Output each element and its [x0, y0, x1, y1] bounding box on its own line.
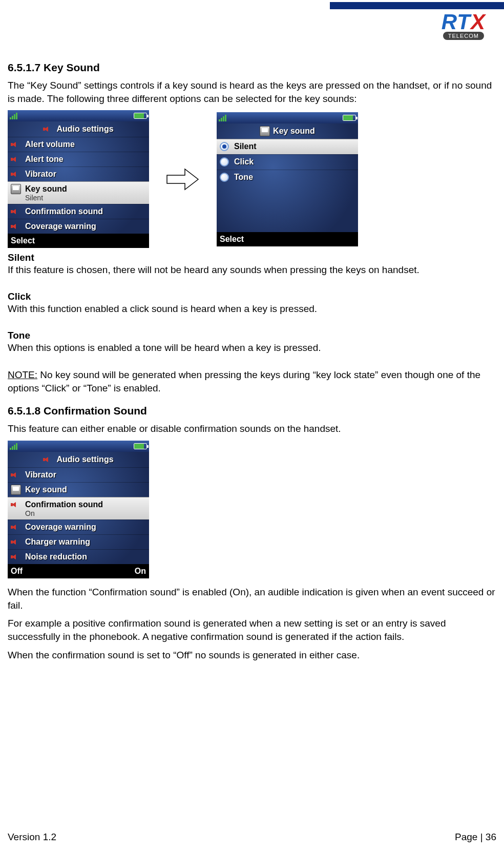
logo-text-x: X — [471, 10, 486, 34]
softkey-bar: Off On — [8, 564, 149, 578]
radio-label: Click — [234, 157, 254, 167]
softkey-bar: Select — [8, 234, 149, 248]
option-tone-heading: Tone — [8, 330, 496, 341]
option-click-heading: Click — [8, 291, 496, 302]
menu-item-label: Confirmation sound — [25, 207, 103, 216]
option-tone-text: When this options is enabled a tone will… — [8, 341, 496, 355]
radio-icon — [220, 142, 229, 151]
key-icon — [260, 126, 270, 136]
option-silent-heading: Silent — [8, 252, 496, 263]
softkey-on[interactable]: On — [135, 567, 146, 576]
radio-option-silent[interactable]: Silent — [217, 139, 358, 154]
logo-sub: TELECOM — [443, 32, 484, 40]
note-label: NOTE: — [8, 369, 37, 380]
menu-item-vibrator[interactable]: Vibrator — [8, 167, 149, 181]
menu-item-label: Alert tone — [25, 155, 64, 164]
radio-label: Silent — [234, 142, 257, 151]
menu-item-sublabel: Silent — [25, 194, 43, 202]
header-band — [330, 2, 504, 9]
screen-title: Audio settings — [8, 452, 149, 467]
status-bar — [8, 110, 149, 121]
speaker-icon — [11, 470, 21, 480]
page-number: Page | 36 — [455, 832, 496, 843]
menu-item-confirmation-sound[interactable]: Confirmation sound — [8, 204, 149, 219]
confirmation-p2: For example a positive confirmation soun… — [8, 617, 496, 643]
menu-item-label: Vibrator — [25, 470, 56, 480]
radio-option-click[interactable]: Click — [217, 154, 358, 170]
battery-icon — [343, 115, 356, 121]
radio-icon — [220, 173, 229, 182]
signal-icon — [10, 112, 17, 119]
speaker-icon — [11, 139, 21, 150]
menu-item-alert-tone[interactable]: Alert tone — [8, 152, 149, 167]
intro-key-sound: The “Key Sound” settings controls if a k… — [8, 79, 496, 105]
phone-screen-audio-settings: Audio settings Alert volume Alert tone V… — [8, 110, 149, 248]
key-icon — [11, 485, 21, 495]
menu-item-label: Key sound — [25, 184, 67, 194]
logo: RTX TELECOM — [442, 12, 486, 40]
radio-option-tone[interactable]: Tone — [217, 170, 358, 185]
screenshots-row-1: Audio settings Alert volume Alert tone V… — [8, 110, 496, 248]
heading-key-sound: 6.5.1.7 Key Sound — [8, 61, 496, 74]
speaker-icon — [11, 522, 21, 532]
option-silent-text: If this feature is chosen, there will no… — [8, 263, 496, 277]
menu-item-vibrator[interactable]: Vibrator — [8, 467, 149, 482]
menu-item-noise-reduction[interactable]: Noise reduction — [8, 549, 149, 564]
battery-icon — [134, 113, 147, 119]
radio-label: Tone — [234, 173, 253, 182]
menu-item-label: Vibrator — [25, 170, 56, 179]
menu-item-confirmation-sound[interactable]: Confirmation sound On — [8, 497, 149, 519]
signal-icon — [10, 443, 17, 450]
speaker-icon — [11, 552, 21, 562]
menu-item-alert-volume[interactable]: Alert volume — [8, 137, 149, 152]
heading-confirmation-sound: 6.5.1.8 Confirmation Sound — [8, 405, 496, 417]
radio-icon — [220, 157, 229, 167]
menu-item-key-sound[interactable]: Key sound — [8, 482, 149, 497]
phone-screen-key-sound: Key sound Silent Click Tone Select — [217, 112, 358, 246]
menu-item-sublabel: On — [25, 509, 35, 517]
speaker-icon — [43, 124, 53, 134]
screen-title: Key sound — [217, 123, 358, 139]
menu-item-label: Charger warning — [25, 537, 90, 547]
softkey-select[interactable]: Select — [11, 236, 35, 245]
menu-item-label: Alert volume — [25, 140, 75, 149]
intro-confirmation-sound: This feature can either enable or disabl… — [8, 422, 496, 435]
menu-item-label: Confirmation sound — [25, 500, 103, 509]
menu-item-key-sound[interactable]: Key sound Silent — [8, 181, 149, 204]
softkey-bar: Select — [217, 232, 358, 246]
speaker-icon — [11, 169, 21, 179]
menu-item-label: Coverage warning — [25, 523, 96, 532]
phone-screen-confirmation: Audio settings Vibrator Key sound Confir… — [8, 441, 149, 578]
speaker-icon — [11, 206, 21, 217]
screen-title-text: Audio settings — [56, 455, 113, 464]
confirmation-p1: When the function “Confirmation sound” i… — [8, 586, 496, 612]
version-label: Version 1.2 — [8, 832, 56, 843]
logo-text-rt: RT — [442, 10, 471, 34]
note-line: NOTE: No key sound will be generated whe… — [8, 368, 496, 394]
menu-item-label: Noise reduction — [25, 552, 87, 562]
status-bar — [8, 441, 149, 452]
softkey-off[interactable]: Off — [11, 567, 23, 576]
menu-item-label: Coverage warning — [25, 222, 96, 231]
confirmation-p3: When the confirmation sound is set to “O… — [8, 649, 496, 662]
battery-icon — [134, 443, 147, 449]
screen-title: Audio settings — [8, 121, 149, 137]
menu-item-charger-warning[interactable]: Charger warning — [8, 534, 149, 549]
speaker-icon — [43, 454, 53, 465]
speaker-icon — [11, 500, 21, 510]
status-bar — [217, 112, 358, 123]
softkey-select[interactable]: Select — [220, 235, 244, 244]
option-click-text: With this function enabled a click sound… — [8, 302, 496, 316]
note-text: No key sound will be generated when pres… — [8, 369, 480, 393]
menu-item-label: Key sound — [25, 485, 67, 494]
speaker-icon — [11, 537, 21, 547]
signal-icon — [219, 114, 226, 121]
menu-item-coverage-warning[interactable]: Coverage warning — [8, 219, 149, 234]
screen-title-text: Key sound — [273, 127, 315, 136]
menu-item-coverage-warning[interactable]: Coverage warning — [8, 519, 149, 534]
page-footer: Version 1.2 Page | 36 — [8, 832, 496, 843]
speaker-icon — [11, 221, 21, 232]
arrow-icon — [164, 164, 201, 195]
screen-title-text: Audio settings — [56, 124, 113, 134]
key-icon — [11, 184, 21, 194]
